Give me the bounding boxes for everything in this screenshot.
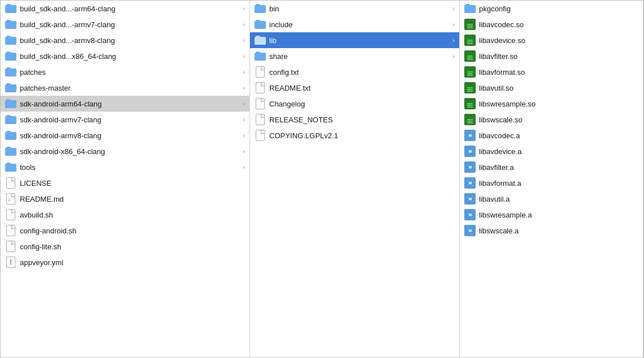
list-item[interactable]: ≋libavdevice.a [460, 143, 643, 159]
item-label: libavfilter.a [479, 163, 638, 172]
item-label: libavfilter.so [479, 52, 638, 61]
list-item[interactable]: bin› [250, 1, 459, 16]
column-1: build_sdk-and...-arm64-clang› build_sdk-… [1, 1, 250, 357]
chevron-right-icon: › [243, 5, 245, 12]
item-label: tools [20, 163, 240, 172]
item-label: libavutil.a [479, 195, 638, 203]
chevron-right-icon: › [243, 148, 245, 155]
list-item[interactable]: libavutil.so [460, 80, 643, 96]
column-2: bin› include› lib› share›config.txtREADM… [250, 1, 460, 357]
lib-a-icon: ≋ [464, 161, 476, 173]
item-label: COPYING.LGPLv2.1 [269, 131, 455, 140]
list-item[interactable]: !appveyor.yml [1, 254, 249, 270]
item-label: libswresample.so [479, 100, 638, 108]
lib-so-icon [464, 114, 476, 125]
item-label: libavdevice.a [479, 147, 638, 156]
list-item[interactable]: patches-master› [1, 80, 249, 96]
item-label: LICENSE [20, 179, 245, 187]
file-plain-icon [5, 177, 16, 189]
list-item[interactable]: build_sdk-and...-arm64-clang› [1, 1, 249, 16]
list-item[interactable]: build_sdk-and...x86_64-clang› [1, 48, 249, 64]
list-item[interactable]: libavfilter.so [460, 48, 643, 64]
list-item[interactable]: build_sdk-and...-armv8-clang› [1, 32, 249, 48]
list-item[interactable]: libavdevice.so [460, 32, 643, 48]
file-plain-icon [255, 98, 266, 109]
folder-icon [5, 3, 16, 14]
chevron-right-icon: › [243, 84, 245, 91]
chevron-right-icon: › [452, 37, 455, 44]
chevron-right-icon: › [243, 37, 245, 44]
list-item[interactable]: sdk-android-x86_64-clang› [1, 143, 249, 159]
item-label: appveyor.yml [20, 258, 245, 267]
folder-icon [5, 66, 16, 78]
list-item[interactable]: ≋libswscale.a [460, 223, 643, 238]
list-item[interactable]: libswresample.so [460, 96, 643, 112]
list-item[interactable]: COPYING.LGPLv2.1 [250, 127, 459, 143]
lib-so-icon [464, 66, 476, 78]
list-item[interactable]: LICENSE [1, 175, 249, 191]
lib-so-icon [464, 82, 476, 93]
lib-a-icon: ≋ [464, 146, 476, 157]
item-label: libavcodec.a [479, 131, 638, 140]
column-3: pkgconfiglibavcodec.solibavdevice.soliba… [460, 1, 643, 357]
item-label: build_sdk-and...x86_64-clang [20, 52, 240, 61]
folder-icon [255, 35, 266, 46]
item-label: README.txt [269, 84, 455, 92]
item-label: Changelog [269, 100, 455, 108]
list-item[interactable]: ≋libswresample.a [460, 207, 643, 223]
chevron-right-icon: › [243, 21, 245, 28]
folder-icon [5, 114, 16, 125]
file-lines-icon [5, 193, 16, 204]
lib-a-icon: ≋ [464, 177, 476, 189]
item-label: share [269, 52, 450, 61]
lib-a-icon: ≋ [464, 193, 476, 204]
folder-icon [5, 161, 16, 173]
list-item[interactable]: README.txt [250, 80, 459, 96]
list-item[interactable]: ≋libavfilter.a [460, 159, 643, 175]
file-plain-icon [255, 114, 266, 125]
folder-icon [255, 3, 266, 14]
list-item[interactable]: config.txt [250, 64, 459, 80]
chevron-right-icon: › [452, 5, 455, 12]
item-label: libavcodec.so [479, 20, 638, 29]
list-item[interactable]: ≋libavutil.a [460, 191, 643, 207]
lib-so-icon [464, 35, 476, 46]
lib-a-icon: ≋ [464, 225, 476, 236]
item-label: libavformat.so [479, 68, 638, 76]
item-label: libavformat.a [479, 179, 638, 187]
list-item[interactable]: include› [250, 16, 459, 32]
file-plain-icon [255, 130, 266, 141]
folder-icon [255, 50, 266, 62]
list-item[interactable]: RELEASE_NOTES [250, 112, 459, 127]
list-item[interactable]: libswscale.so [460, 112, 643, 127]
list-item[interactable]: sdk-android-armv7-clang› [1, 112, 249, 127]
item-label: config-android.sh [20, 227, 245, 235]
folder-icon [5, 35, 16, 46]
list-item[interactable]: config-lite.sh [1, 238, 249, 254]
item-label: config.txt [269, 68, 455, 76]
folder-icon [5, 19, 16, 30]
chevron-right-icon: › [243, 164, 245, 171]
folder-icon [5, 130, 16, 141]
list-item[interactable]: libavcodec.so [460, 16, 643, 32]
list-item[interactable]: pkgconfig [460, 1, 643, 16]
list-item[interactable]: libavformat.so [460, 64, 643, 80]
list-item[interactable]: README.md [1, 191, 249, 207]
list-item[interactable]: Changelog [250, 96, 459, 112]
list-item[interactable]: ≋libavformat.a [460, 175, 643, 191]
list-item[interactable]: patches› [1, 64, 249, 80]
list-item[interactable]: sdk-android-armv8-clang› [1, 127, 249, 143]
list-item[interactable]: config-android.sh [1, 223, 249, 238]
lib-so-icon [464, 19, 476, 30]
item-label: build_sdk-and...-armv7-clang [20, 20, 240, 29]
file-plain-icon [255, 66, 266, 78]
list-item[interactable]: tools› [1, 159, 249, 175]
list-item[interactable]: share› [250, 48, 459, 64]
item-label: README.md [20, 195, 245, 203]
list-item[interactable]: lib› [250, 32, 459, 48]
list-item[interactable]: avbuild.sh [1, 207, 249, 223]
list-item[interactable]: sdk-android-arm64-clang› [1, 96, 249, 112]
file-plain-icon [5, 241, 16, 252]
list-item[interactable]: ≋libavcodec.a [460, 127, 643, 143]
list-item[interactable]: build_sdk-and...-armv7-clang› [1, 16, 249, 32]
